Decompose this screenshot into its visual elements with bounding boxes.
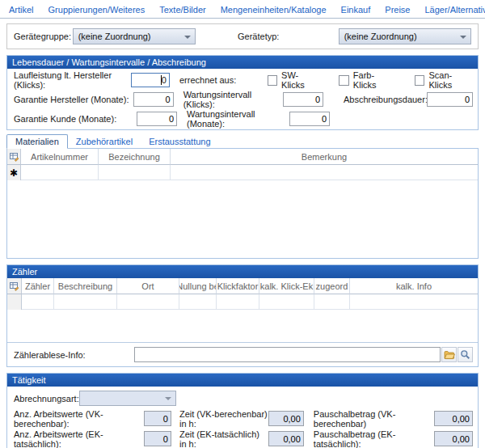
tab-gruppierungen-weiteres[interactable]: Gruppierungen/Weiteres xyxy=(41,2,153,18)
tab-einkauf[interactable]: Einkauf xyxy=(334,2,378,18)
tab-texte-bilder[interactable]: Texte/Bilder xyxy=(152,2,213,18)
cell-kalk-klick-ek[interactable] xyxy=(259,294,314,310)
geraetegruppe-label: Gerätegruppe: xyxy=(14,32,73,41)
wartungsintervall-klicks-label: Wartungsintervall (Klicks): xyxy=(183,90,283,109)
chevron-down-icon xyxy=(460,36,466,39)
geraetetyp-value: (keine Zuordnung) xyxy=(344,32,417,41)
lebensdauer-section: Lebensdauer / Wartungsintervalle / Absch… xyxy=(6,55,479,130)
chevron-down-icon xyxy=(184,36,191,39)
scan-klicks-label: Scan-Klicks xyxy=(428,70,473,90)
abschreibungsdauer-input[interactable] xyxy=(427,92,473,107)
zeit-ek-label: Zeit (EK-tatsächlich) in h: xyxy=(179,429,268,448)
garantie-hersteller-input[interactable] xyxy=(133,92,174,107)
column-header-zaehler[interactable]: Zähler xyxy=(22,278,54,294)
errechnet-aus-label: errechnet aus: xyxy=(179,75,268,85)
wartungsintervall-monate-label: Wartungsintervall (Monate): xyxy=(187,109,289,129)
cell-artikelnummer[interactable] xyxy=(21,165,99,180)
zeit-ek-input[interactable] xyxy=(268,431,304,446)
column-header-ort[interactable]: Ort xyxy=(117,278,179,294)
tab-zubehoerartikel[interactable]: Zubehörartikel xyxy=(68,135,141,148)
column-header-klickfaktor[interactable]: Klickfaktor xyxy=(217,278,259,294)
geraetetyp-dropdown[interactable]: (keine Zuordnung) xyxy=(339,28,471,44)
material-tab-bar: Materialien Zubehörartikel Erstausstattu… xyxy=(6,133,479,148)
garantie-hersteller-label: Garantie Hersteller (Monate): xyxy=(14,95,133,104)
column-header-bemerkung[interactable]: Bemerkung xyxy=(171,149,478,165)
zaehlerablese-row: Zählerablese-Info: xyxy=(7,343,478,366)
geraetetyp-label: Gerätetyp: xyxy=(238,32,286,41)
grid-customize-button[interactable] xyxy=(7,278,22,294)
taetigkeit-form: Abrechnungsart: Anz. Arbeitswerte (VK-be… xyxy=(7,387,478,448)
cell-nullung[interactable] xyxy=(179,294,217,310)
column-header-kalk-klick-ek[interactable]: kalk. Klick-Ek xyxy=(259,278,314,294)
column-header-bezeichnung[interactable]: Bezeichnung xyxy=(99,149,171,165)
material-grid: Artikelnummer Bezeichnung Bemerkung ✱ xyxy=(6,148,479,259)
pauschalbetrag-ek-label: Pauschalbetrag (EK-tatsächlich): xyxy=(314,429,434,448)
tab-preise[interactable]: Preise xyxy=(377,2,417,18)
grid-customize-icon xyxy=(9,151,19,162)
tab-mengeneinheiten-kataloge[interactable]: Mengeneinheiten/Kataloge xyxy=(213,2,334,18)
farb-klicks-checkbox[interactable]: Farb-Klicks xyxy=(339,70,395,90)
grid-customize-icon xyxy=(9,281,19,291)
magnifier-icon xyxy=(460,349,470,360)
anz-arbeitswerte-vk-label: Anz. Arbeitswerte (VK-berechenbar): xyxy=(14,409,144,429)
anz-arbeitswerte-vk-input[interactable] xyxy=(144,411,171,426)
column-header-artikelnummer[interactable]: Artikelnummer xyxy=(21,149,99,165)
tab-materialien[interactable]: Materialien xyxy=(6,134,68,149)
cell-klickfaktor[interactable] xyxy=(217,294,259,310)
material-grid-header: Artikelnummer Bezeichnung Bemerkung xyxy=(7,149,478,165)
zeit-vk-label: Zeit (VK-berechenbar) in h: xyxy=(179,409,268,429)
folder-icon xyxy=(444,350,455,360)
geraetegruppe-value: (keine Zuordnung) xyxy=(78,32,151,41)
zaehler-section-title: Zähler xyxy=(7,265,478,278)
column-header-nullung[interactable]: Nullung be xyxy=(179,278,217,294)
pauschalbetrag-ek-input[interactable] xyxy=(434,431,473,446)
laufleistung-label: Laufleistung lt. Hersteller (Klicks): xyxy=(14,70,131,90)
cell-bezeichnung[interactable] xyxy=(99,165,171,180)
wartungsintervall-klicks-input[interactable] xyxy=(283,92,323,107)
zaehlerablese-info-input[interactable] xyxy=(134,347,441,362)
zaehler-section: Zähler Zähler Beschreibung Ort Nullung b… xyxy=(6,264,479,367)
tab-artikel[interactable]: Artikel xyxy=(2,2,41,18)
abrechnungsart-dropdown[interactable] xyxy=(79,391,176,406)
garantie-kunde-input[interactable] xyxy=(137,112,177,126)
laufleistung-input[interactable]: 0 xyxy=(131,73,170,87)
cell-kalk-info[interactable] xyxy=(350,294,478,310)
checkbox-icon xyxy=(268,75,277,86)
pauschalbetrag-vk-input[interactable] xyxy=(434,411,473,426)
zaehler-empty-row[interactable] xyxy=(7,294,478,310)
cell-ort[interactable] xyxy=(117,294,179,310)
grid-customize-button[interactable] xyxy=(7,149,21,165)
column-header-beschreibung[interactable]: Beschreibung xyxy=(54,278,117,294)
farb-klicks-label: Farb-Klicks xyxy=(353,70,395,90)
taetigkeit-section-title: Tätigkeit xyxy=(7,374,478,387)
sw-klicks-label: SW-Klicks xyxy=(281,70,319,90)
sw-klicks-checkbox[interactable]: SW-Klicks xyxy=(268,70,320,90)
abrechnungsart-label: Abrechnungsart: xyxy=(14,394,79,404)
abschreibungsdauer-label: Abschreibungsdauer: xyxy=(344,95,427,104)
geraetegruppe-dropdown[interactable]: (keine Zuordnung) xyxy=(73,28,196,44)
chevron-down-icon xyxy=(165,397,171,400)
wartungsintervall-monate-input[interactable] xyxy=(289,112,330,126)
article-tkd-page: Artikel Gruppierungen/Weiteres Texte/Bil… xyxy=(0,0,485,448)
anz-arbeitswerte-ek-input[interactable] xyxy=(144,431,171,446)
device-groupbox: Gerätegruppe: (keine Zuordnung) Gerätety… xyxy=(6,23,479,49)
row-selector-cell xyxy=(7,294,22,310)
checkbox-icon xyxy=(339,75,348,86)
search-button[interactable] xyxy=(458,347,473,362)
laufleistung-value: 0 xyxy=(162,75,167,85)
tab-erstausstattung[interactable]: Erstausstattung xyxy=(141,135,218,148)
column-header-zugeord[interactable]: zugeord xyxy=(314,278,350,294)
cell-bemerkung[interactable] xyxy=(171,165,478,180)
open-file-button[interactable] xyxy=(441,347,457,362)
cell-beschreibung[interactable] xyxy=(54,294,117,310)
new-row-marker: ✱ xyxy=(7,165,21,180)
zeit-vk-input[interactable] xyxy=(268,411,304,426)
cell-zugeord[interactable] xyxy=(314,294,350,310)
scan-klicks-checkbox[interactable]: Scan-Klicks xyxy=(415,70,473,90)
taetigkeit-section: Tätigkeit Abrechnungsart: Anz. Arbeitswe… xyxy=(6,373,479,448)
column-header-kalk-info[interactable]: kalk. Info xyxy=(350,278,478,294)
cell-zaehler[interactable] xyxy=(22,294,54,310)
zaehler-grid: Zähler Beschreibung Ort Nullung be Klick… xyxy=(7,278,478,343)
tab-laeger-alternativartikel[interactable]: Läger/Alternativartikel xyxy=(417,2,485,18)
material-new-row[interactable]: ✱ xyxy=(7,165,478,180)
